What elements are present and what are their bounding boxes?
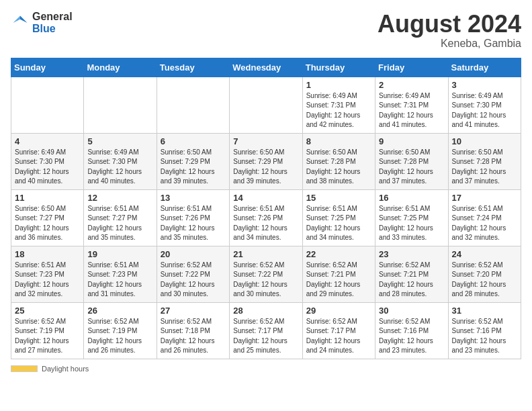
cell-info-text: Sunrise: 6:52 AM Sunset: 7:19 PM Dayligh… (15, 317, 80, 356)
svg-marker-0 (20, 15, 28, 23)
day-number: 7 (233, 136, 298, 146)
day-number: 16 (379, 193, 444, 203)
table-row: 6Sunrise: 6:50 AM Sunset: 7:29 PM Daylig… (157, 133, 229, 189)
day-number: 28 (233, 306, 298, 316)
calendar-week-row: 25Sunrise: 6:52 AM Sunset: 7:19 PM Dayli… (11, 302, 521, 359)
table-row: 14Sunrise: 6:51 AM Sunset: 7:26 PM Dayli… (230, 189, 302, 246)
cell-info-text: Sunrise: 6:52 AM Sunset: 7:21 PM Dayligh… (379, 261, 444, 300)
table-row: 23Sunrise: 6:52 AM Sunset: 7:21 PM Dayli… (375, 246, 448, 302)
cell-info-text: Sunrise: 6:50 AM Sunset: 7:29 PM Dayligh… (161, 148, 226, 187)
table-row: 25Sunrise: 6:52 AM Sunset: 7:19 PM Dayli… (11, 302, 84, 359)
table-row (84, 77, 157, 133)
cell-info-text: Sunrise: 6:49 AM Sunset: 7:30 PM Dayligh… (87, 148, 152, 187)
table-row: 29Sunrise: 6:52 AM Sunset: 7:17 PM Dayli… (302, 302, 375, 359)
logo: General Blue (11, 11, 73, 34)
table-row: 13Sunrise: 6:51 AM Sunset: 7:26 PM Dayli… (157, 189, 229, 246)
table-row: 12Sunrise: 6:51 AM Sunset: 7:27 PM Dayli… (84, 189, 157, 246)
col-sunday: Sunday (11, 58, 84, 77)
day-number: 29 (306, 306, 371, 316)
cell-info-text: Sunrise: 6:49 AM Sunset: 7:31 PM Dayligh… (379, 91, 444, 130)
table-row: 7Sunrise: 6:50 AM Sunset: 7:29 PM Daylig… (230, 133, 302, 189)
calendar-week-row: 1Sunrise: 6:49 AM Sunset: 7:31 PM Daylig… (11, 77, 521, 133)
day-number: 31 (452, 306, 517, 316)
cell-info-text: Sunrise: 6:52 AM Sunset: 7:18 PM Dayligh… (161, 317, 226, 356)
day-number: 1 (306, 80, 371, 90)
location-subtitle: Keneba, Gambia (378, 38, 521, 50)
cell-info-text: Sunrise: 6:51 AM Sunset: 7:23 PM Dayligh… (15, 261, 80, 300)
cell-info-text: Sunrise: 6:52 AM Sunset: 7:22 PM Dayligh… (161, 261, 226, 300)
cell-info-text: Sunrise: 6:51 AM Sunset: 7:25 PM Dayligh… (379, 204, 444, 243)
cell-info-text: Sunrise: 6:51 AM Sunset: 7:26 PM Dayligh… (233, 204, 298, 243)
cell-info-text: Sunrise: 6:50 AM Sunset: 7:29 PM Dayligh… (233, 148, 298, 187)
day-number: 5 (87, 136, 152, 146)
svg-marker-1 (13, 15, 21, 23)
day-number: 17 (452, 193, 517, 203)
day-number: 14 (233, 193, 298, 203)
day-number: 21 (233, 249, 298, 259)
footer-label: Daylight hours (42, 365, 89, 373)
table-row: 4Sunrise: 6:49 AM Sunset: 7:30 PM Daylig… (11, 133, 84, 189)
day-number: 2 (379, 80, 444, 90)
table-row (157, 77, 229, 133)
cell-info-text: Sunrise: 6:50 AM Sunset: 7:28 PM Dayligh… (379, 148, 444, 187)
footer: Daylight hours (11, 365, 521, 373)
table-row: 1Sunrise: 6:49 AM Sunset: 7:31 PM Daylig… (302, 77, 375, 133)
day-number: 6 (161, 136, 226, 146)
col-monday: Monday (84, 58, 157, 77)
calendar-week-row: 18Sunrise: 6:51 AM Sunset: 7:23 PM Dayli… (11, 246, 521, 302)
table-row: 22Sunrise: 6:52 AM Sunset: 7:21 PM Dayli… (302, 246, 375, 302)
cell-info-text: Sunrise: 6:49 AM Sunset: 7:30 PM Dayligh… (15, 148, 80, 187)
month-year-title: August 2024 (378, 11, 521, 38)
col-tuesday: Tuesday (157, 58, 229, 77)
day-number: 19 (87, 249, 152, 259)
calendar-table: Sunday Monday Tuesday Wednesday Thursday… (11, 58, 521, 359)
title-block: August 2024 Keneba, Gambia (378, 11, 521, 50)
day-number: 3 (452, 80, 517, 90)
table-row (230, 77, 302, 133)
table-row: 2Sunrise: 6:49 AM Sunset: 7:31 PM Daylig… (375, 77, 448, 133)
table-row: 26Sunrise: 6:52 AM Sunset: 7:19 PM Dayli… (84, 302, 157, 359)
table-row: 28Sunrise: 6:52 AM Sunset: 7:17 PM Dayli… (230, 302, 302, 359)
day-number: 10 (452, 136, 517, 146)
day-number: 30 (379, 306, 444, 316)
day-number: 23 (379, 249, 444, 259)
day-number: 4 (15, 136, 80, 146)
cell-info-text: Sunrise: 6:52 AM Sunset: 7:20 PM Dayligh… (452, 261, 517, 300)
cell-info-text: Sunrise: 6:50 AM Sunset: 7:27 PM Dayligh… (15, 204, 80, 243)
cell-info-text: Sunrise: 6:49 AM Sunset: 7:30 PM Dayligh… (452, 91, 517, 130)
day-number: 27 (161, 306, 226, 316)
logo-general-text: General (32, 11, 73, 23)
table-row: 21Sunrise: 6:52 AM Sunset: 7:22 PM Dayli… (230, 246, 302, 302)
col-wednesday: Wednesday (230, 58, 302, 77)
cell-info-text: Sunrise: 6:52 AM Sunset: 7:16 PM Dayligh… (379, 317, 444, 356)
cell-info-text: Sunrise: 6:49 AM Sunset: 7:31 PM Dayligh… (306, 91, 371, 130)
day-number: 24 (452, 249, 517, 259)
day-number: 22 (306, 249, 371, 259)
day-number: 18 (15, 249, 80, 259)
cell-info-text: Sunrise: 6:52 AM Sunset: 7:17 PM Dayligh… (306, 317, 371, 356)
calendar-header-row: Sunday Monday Tuesday Wednesday Thursday… (11, 58, 521, 77)
col-saturday: Saturday (448, 58, 521, 77)
table-row: 19Sunrise: 6:51 AM Sunset: 7:23 PM Dayli… (84, 246, 157, 302)
col-thursday: Thursday (302, 58, 375, 77)
table-row (11, 77, 84, 133)
cell-info-text: Sunrise: 6:50 AM Sunset: 7:28 PM Dayligh… (452, 148, 517, 187)
cell-info-text: Sunrise: 6:51 AM Sunset: 7:23 PM Dayligh… (87, 261, 152, 300)
cell-info-text: Sunrise: 6:52 AM Sunset: 7:22 PM Dayligh… (233, 261, 298, 300)
cell-info-text: Sunrise: 6:51 AM Sunset: 7:26 PM Dayligh… (161, 204, 226, 243)
calendar-week-row: 11Sunrise: 6:50 AM Sunset: 7:27 PM Dayli… (11, 189, 521, 246)
cell-info-text: Sunrise: 6:51 AM Sunset: 7:24 PM Dayligh… (452, 204, 517, 243)
table-row: 9Sunrise: 6:50 AM Sunset: 7:28 PM Daylig… (375, 133, 448, 189)
calendar-week-row: 4Sunrise: 6:49 AM Sunset: 7:30 PM Daylig… (11, 133, 521, 189)
cell-info-text: Sunrise: 6:52 AM Sunset: 7:16 PM Dayligh… (452, 317, 517, 356)
day-number: 20 (161, 249, 226, 259)
cell-info-text: Sunrise: 6:51 AM Sunset: 7:25 PM Dayligh… (306, 204, 371, 243)
day-number: 25 (15, 306, 80, 316)
daylight-bar-icon (11, 365, 38, 372)
logo-icon (11, 13, 30, 32)
table-row: 18Sunrise: 6:51 AM Sunset: 7:23 PM Dayli… (11, 246, 84, 302)
day-number: 8 (306, 136, 371, 146)
day-number: 26 (87, 306, 152, 316)
table-row: 31Sunrise: 6:52 AM Sunset: 7:16 PM Dayli… (448, 302, 521, 359)
table-row: 16Sunrise: 6:51 AM Sunset: 7:25 PM Dayli… (375, 189, 448, 246)
